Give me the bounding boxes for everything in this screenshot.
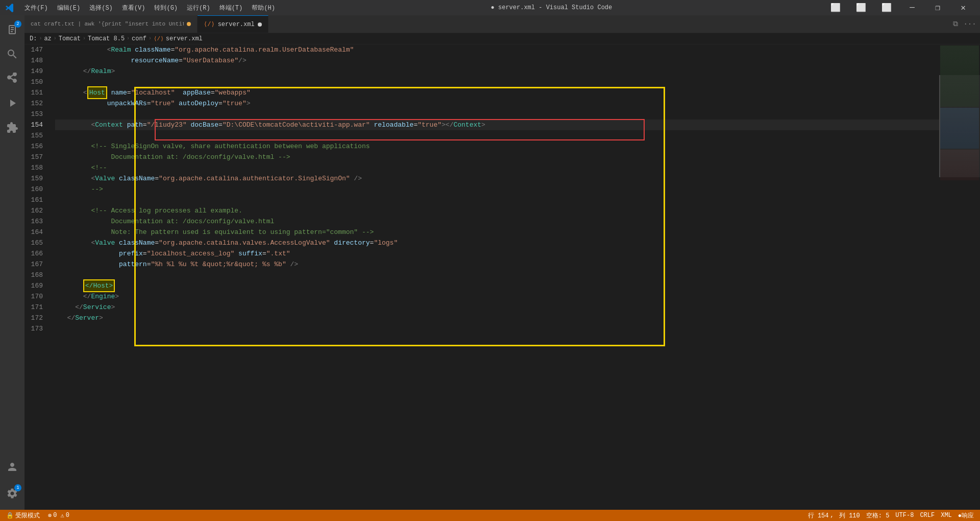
code-line-152[interactable]: unpackWARs="true" autoDeploy="true"> <box>55 98 939 109</box>
breadcrumb-serverxml[interactable]: server.xml <box>166 35 203 42</box>
ln-168: 168 <box>27 270 49 280</box>
run-debug-icon[interactable] <box>0 91 24 115</box>
menu-view[interactable]: 查看(V) <box>118 3 150 13</box>
line-ending-button[interactable]: CRLF <box>918 512 937 519</box>
settings-icon[interactable]: 1 <box>0 481 24 506</box>
menu-terminal[interactable]: 终端(T) <box>215 3 247 13</box>
ln-154: 154 <box>27 120 49 130</box>
settings-badge: 1 <box>14 484 21 491</box>
tab-modified-dot <box>187 22 191 26</box>
tabs-bar: cat craft.txt | awk '{print "insert into… <box>24 15 980 33</box>
menu-edit[interactable]: 编辑(E) <box>53 3 85 13</box>
menu-select[interactable]: 选择(S) <box>85 3 117 13</box>
col-info: 列 110 <box>839 511 860 520</box>
split-editor-button[interactable]: ⧉ <box>949 18 962 30</box>
customize-button[interactable]: ⬜ <box>875 0 898 15</box>
editor-area: cat craft.txt | awk '{print "insert into… <box>24 15 980 510</box>
encoding-label: UTF-8 <box>895 512 914 519</box>
minimap-viewport <box>939 75 980 177</box>
breadcrumb: D: › az › Tomcat › Tomcat 8.5 › conf › ⟨… <box>24 33 980 44</box>
title-bar: 文件(F) 编辑(E) 选择(S) 查看(V) 转到(G) 运行(R) 终端(T… <box>0 0 980 15</box>
code-line-155[interactable] <box>55 130 939 141</box>
breadcrumb-az[interactable]: az <box>44 35 51 42</box>
breadcrumb-tomcat85[interactable]: Tomcat 8.5 <box>88 35 125 42</box>
tab-server-xml[interactable]: ⟨/⟩ server.xml <box>198 15 268 33</box>
breadcrumb-tomcat[interactable]: Tomcat <box>59 35 81 42</box>
spaces-button[interactable]: 空格: 5 <box>864 511 892 520</box>
layout-button[interactable]: ⬜ <box>824 0 847 15</box>
editor-wrapper[interactable]: <Realm className="org.apache.catalina.re… <box>55 44 980 510</box>
language-button[interactable]: XML <box>939 512 954 519</box>
code-line-161[interactable] <box>55 195 939 205</box>
code-editor: 147 148 149 150 151 152 153 154 155 156 … <box>24 44 980 510</box>
code-line-148[interactable]: resourceName="UserDatabase"/> <box>55 55 939 66</box>
line-info: 行 154 <box>808 511 829 520</box>
spaces-label: 空格: 5 <box>866 511 890 520</box>
ln-159: 159 <box>27 173 49 184</box>
status-bar-right: 行 154, 列 110 空格: 5 UTF-8 CRLF XML ●响应 <box>806 511 976 520</box>
code-content[interactable]: <Realm className="org.apache.catalina.re… <box>55 44 939 510</box>
code-line-149[interactable]: </Realm> <box>55 66 939 77</box>
code-line-167[interactable]: pattern="%h %l %u %t &quot;%r&quot; %s %… <box>55 259 939 270</box>
ln-171: 171 <box>27 302 49 313</box>
breadcrumb-drive[interactable]: D: <box>30 35 37 42</box>
notifications-button[interactable]: ●响应 <box>956 511 976 520</box>
tab-server-xml-label: server.xml <box>218 21 255 28</box>
code-line-150[interactable] <box>55 77 939 87</box>
code-line-168[interactable] <box>55 270 939 280</box>
language-label: XML <box>941 512 952 519</box>
ln-150: 150 <box>27 77 49 87</box>
code-line-159[interactable]: <Valve className="org.apache.catalina.au… <box>55 173 939 184</box>
warning-icon: ⚠ <box>60 512 64 519</box>
menu-goto[interactable]: 转到(G) <box>150 3 182 13</box>
code-line-165[interactable]: <Valve className="org.apache.catalina.va… <box>55 238 939 248</box>
minimize-button[interactable]: — <box>900 0 924 15</box>
code-line-171[interactable]: </Service> <box>55 302 939 313</box>
search-icon[interactable] <box>0 42 24 66</box>
tab-untitled[interactable]: cat craft.txt | awk '{print "insert into… <box>24 15 198 33</box>
code-line-151[interactable]: <Host name="localhost" appBase="webapps" <box>55 87 939 98</box>
code-line-172[interactable]: </Server> <box>55 313 939 323</box>
tab-untitled-label: cat craft.txt | awk '{print "insert into… <box>31 21 184 27</box>
minimap[interactable] <box>939 44 980 510</box>
restricted-mode-button[interactable]: 🔒 受限模式 <box>4 511 42 520</box>
code-line-163[interactable]: Documentation at: /docs/config/valve.htm… <box>55 216 939 227</box>
code-line-158[interactable]: <!-- <box>55 162 939 173</box>
menu-file[interactable]: 文件(F) <box>20 3 52 13</box>
window-controls: ⬜ ⬜ ⬜ — ❐ ✕ <box>824 0 975 15</box>
line-col-button[interactable]: 行 154, 列 110 <box>806 511 862 520</box>
ln-162: 162 <box>27 205 49 216</box>
panel-button[interactable]: ⬜ <box>849 0 873 15</box>
tab-active-dot <box>258 22 262 27</box>
error-icon: ⊗ <box>48 512 52 519</box>
code-line-173[interactable] <box>55 323 939 334</box>
menu-help[interactable]: 帮助(H) <box>248 3 279 13</box>
extensions-icon[interactable] <box>0 115 24 140</box>
maximize-button[interactable]: ❐ <box>926 0 949 15</box>
code-line-156[interactable]: <!-- SingleSignOn valve, share authentic… <box>55 141 939 152</box>
encoding-button[interactable]: UTF-8 <box>893 512 916 519</box>
ln-169: 169 <box>27 280 49 291</box>
code-line-170[interactable]: </Engine> <box>55 291 939 302</box>
source-control-icon[interactable] <box>0 66 24 91</box>
code-line-153[interactable] <box>55 109 939 120</box>
account-icon[interactable] <box>0 455 24 479</box>
code-line-154[interactable]: <Context path="/liudy23" docBase="D:\COD… <box>55 120 939 130</box>
window-title: ● server.xml - Visual Studio Code <box>491 4 612 11</box>
code-line-166[interactable]: prefix="localhost_access_log" suffix=".t… <box>55 248 939 259</box>
more-actions-button[interactable]: ··· <box>964 18 976 30</box>
code-line-164[interactable]: Note: The pattern used is equivalent to … <box>55 227 939 238</box>
files-icon[interactable]: 2 <box>0 17 24 42</box>
code-line-162[interactable]: <!-- Access log processes all example. <box>55 205 939 216</box>
menu-run[interactable]: 运行(R) <box>183 3 214 13</box>
close-button[interactable]: ✕ <box>951 0 975 15</box>
errors-button[interactable]: ⊗ 0 ⚠ 0 <box>46 512 71 519</box>
main-layout: 2 <box>0 15 980 510</box>
code-line-160[interactable]: --> <box>55 184 939 195</box>
code-line-147[interactable]: <Realm className="org.apache.catalina.re… <box>55 44 939 55</box>
ln-164: 164 <box>27 227 49 238</box>
code-line-169[interactable]: </Host> <box>55 280 939 291</box>
breadcrumb-conf[interactable]: conf <box>132 35 146 42</box>
code-line-157[interactable]: Documentation at: /docs/config/valve.htm… <box>55 152 939 162</box>
ln-153: 153 <box>27 109 49 120</box>
